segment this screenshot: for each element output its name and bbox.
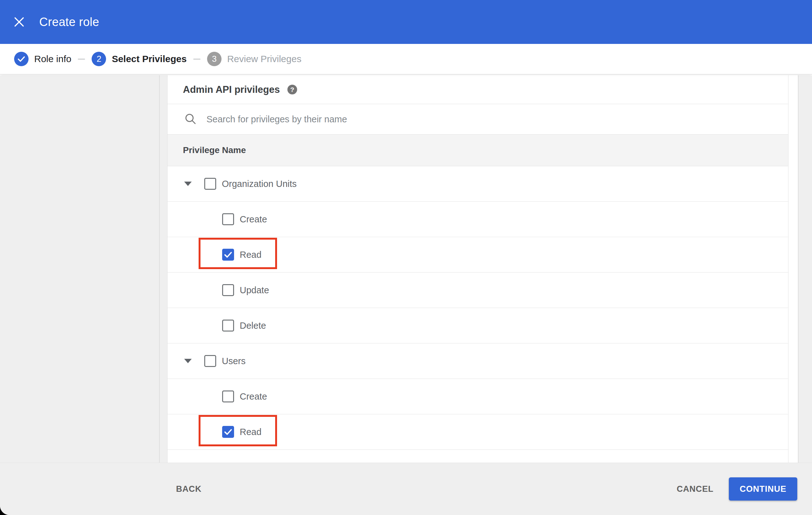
privileges-card: Admin API privileges ? Privilege Name Or… <box>167 75 788 463</box>
scroll-gutter <box>788 75 798 463</box>
step1-circle <box>14 52 29 66</box>
row-users-read: Read <box>168 414 788 450</box>
checkbox-organization-units[interactable] <box>204 178 216 190</box>
row-users: Users <box>168 343 788 379</box>
row-partial <box>168 450 788 460</box>
check-icon <box>224 429 232 435</box>
left-panel-divider <box>159 75 160 463</box>
checkbox-users-read[interactable] <box>222 426 234 438</box>
row-label: Organization Units <box>222 179 297 189</box>
step-role-info[interactable]: Role info <box>14 52 71 66</box>
row-label: Create <box>240 391 267 402</box>
row-orgunits-read: Read <box>168 237 788 273</box>
checkbox-users[interactable] <box>204 355 216 367</box>
continue-button[interactable]: CONTINUE <box>729 477 797 501</box>
checkbox-orgunits-read[interactable] <box>222 249 234 261</box>
card-title-row: Admin API privileges ? <box>168 75 788 104</box>
checkbox-users-create[interactable] <box>222 391 234 402</box>
step-review-privileges[interactable]: 3 Review Privileges <box>207 52 301 66</box>
row-label: Create <box>240 214 267 224</box>
table-header: Privilege Name <box>168 134 788 166</box>
step3-circle: 3 <box>207 52 222 66</box>
row-label: Read <box>240 250 261 260</box>
row-orgunits-update: Update <box>168 273 788 308</box>
step1-label: Role info <box>34 54 71 64</box>
create-role-dialog: Create role Role info 2 Select Privilege… <box>0 0 812 515</box>
dialog-title: Create role <box>39 16 99 29</box>
step-divider <box>78 59 85 60</box>
checkbox-orgunits-update[interactable] <box>222 284 234 296</box>
column-privilege-name: Privilege Name <box>183 145 246 155</box>
red-highlight-box <box>199 415 277 446</box>
red-highlight-box <box>199 238 277 269</box>
back-button[interactable]: BACK <box>176 484 201 494</box>
collapse-arrow-icon[interactable] <box>184 182 192 186</box>
checkbox-orgunits-delete[interactable] <box>222 320 234 332</box>
row-label: Read <box>240 427 261 437</box>
cancel-button[interactable]: CANCEL <box>677 484 714 494</box>
row-users-create: Create <box>168 379 788 414</box>
row-organization-units: Organization Units <box>168 166 788 202</box>
appbar: Create role <box>0 0 812 44</box>
collapse-arrow-icon[interactable] <box>184 359 192 363</box>
close-icon[interactable] <box>14 17 25 27</box>
check-icon <box>18 56 25 62</box>
row-orgunits-delete: Delete <box>168 308 788 343</box>
step3-label: Review Privileges <box>227 54 301 64</box>
search-input[interactable] <box>206 114 677 124</box>
search-row <box>168 104 788 134</box>
checkbox-orgunits-create[interactable] <box>222 213 234 225</box>
step2-label: Select Privileges <box>112 54 186 64</box>
search-icon <box>184 113 197 125</box>
footer: BACK CANCEL CONTINUE <box>0 463 812 515</box>
step2-circle: 2 <box>92 52 106 66</box>
step-select-privileges[interactable]: 2 Select Privileges <box>92 52 186 66</box>
right-panel-divider <box>798 75 799 463</box>
workspace-background: Admin API privileges ? Privilege Name Or… <box>0 75 812 463</box>
step-divider <box>193 59 201 60</box>
help-icon[interactable]: ? <box>287 85 297 94</box>
stepper: Role info 2 Select Privileges 3 Review P… <box>0 44 812 74</box>
row-orgunits-create: Create <box>168 202 788 237</box>
row-label: Users <box>222 356 246 366</box>
check-icon <box>224 251 232 258</box>
row-label: Delete <box>240 321 266 331</box>
row-label: Update <box>240 285 269 296</box>
card-title: Admin API privileges <box>183 84 280 95</box>
